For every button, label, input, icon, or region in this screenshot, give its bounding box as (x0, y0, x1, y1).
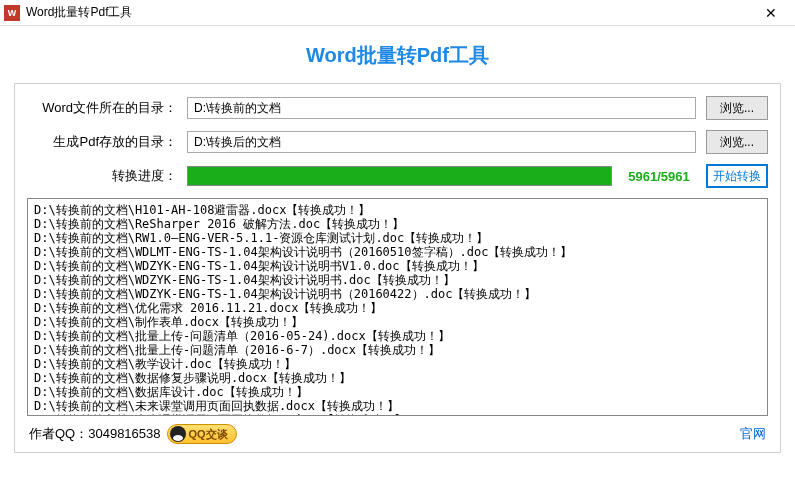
progress-label: 转换进度： (27, 167, 177, 185)
titlebar: W Word批量转Pdf工具 ✕ (0, 0, 795, 26)
log-output[interactable]: D:\转换前的文档\H101-AH-108避雷器.docx【转换成功！】 D:\… (27, 198, 768, 416)
dest-input[interactable] (187, 131, 696, 153)
progress-row: 转换进度： 5961/5961 开始转换 (27, 164, 768, 188)
source-row: Word文件所在的目录： 浏览... (27, 96, 768, 120)
qq-penguin-icon (170, 426, 186, 442)
controls-panel: Word文件所在的目录： 浏览... 生成Pdf存放的目录： 浏览... 转换进… (14, 83, 781, 453)
qq-chat-button[interactable]: QQ交谈 (167, 424, 237, 444)
official-site-link[interactable]: 官网 (740, 425, 766, 443)
footer: 作者QQ：3049816538 QQ交谈 官网 (27, 424, 768, 444)
start-button[interactable]: 开始转换 (706, 164, 768, 188)
dest-label: 生成Pdf存放的目录： (27, 133, 177, 151)
progress-counter: 5961/5961 (622, 169, 696, 184)
author-label: 作者QQ：3049816538 (29, 425, 161, 443)
source-label: Word文件所在的目录： (27, 99, 177, 117)
page-title: Word批量转Pdf工具 (14, 42, 781, 69)
main-content: Word批量转Pdf工具 Word文件所在的目录： 浏览... 生成Pdf存放的… (0, 26, 795, 463)
progress-bar (187, 166, 612, 186)
dest-row: 生成Pdf存放的目录： 浏览... (27, 130, 768, 154)
app-icon: W (4, 5, 20, 21)
source-input[interactable] (187, 97, 696, 119)
close-icon[interactable]: ✕ (751, 0, 791, 26)
browse-dest-button[interactable]: 浏览... (706, 130, 768, 154)
progress-fill (188, 167, 611, 185)
qq-badge-text: QQ交谈 (189, 427, 228, 442)
window-title: Word批量转Pdf工具 (26, 4, 751, 21)
browse-source-button[interactable]: 浏览... (706, 96, 768, 120)
